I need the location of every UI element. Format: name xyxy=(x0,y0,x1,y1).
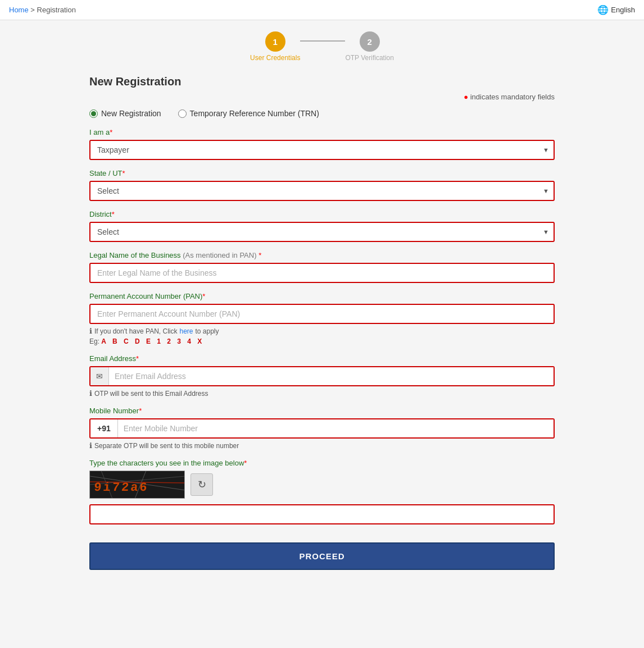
mandatory-star-1: * xyxy=(110,128,112,136)
mobile-input[interactable] xyxy=(118,419,554,437)
email-icon: ✉ xyxy=(90,367,109,385)
main-content: 1 User Credentials 2 OTP Verification Ne… xyxy=(80,20,564,592)
pan-hint-text: If you don't have PAN, Click xyxy=(94,327,177,335)
page-title: New Registration xyxy=(89,75,555,88)
email-hint: ℹ OTP will be sent to this Email Address xyxy=(89,389,555,398)
breadcrumb: Home > Registration xyxy=(9,6,76,14)
refresh-icon: ↻ xyxy=(198,478,206,491)
home-link[interactable]: Home xyxy=(9,6,29,14)
pan-eg-chars: A B C D E 1 2 3 4 X xyxy=(101,337,204,345)
email-input-wrapper: ✉ xyxy=(89,366,555,386)
mobile-label: Mobile Number* xyxy=(89,407,555,415)
pan-group: Permanent Account Number (PAN)* ℹ If you… xyxy=(89,292,555,345)
globe-icon: 🌐 xyxy=(597,4,609,15)
captcha-input[interactable] xyxy=(89,504,555,524)
captcha-row: 9i72a6 ↻ xyxy=(89,471,555,499)
mobile-input-wrapper: +91 xyxy=(89,418,555,439)
state-ut-group: State / UT* Select xyxy=(89,169,555,201)
step-1-label: User Credentials xyxy=(250,54,300,62)
radio-new-registration-input[interactable] xyxy=(89,109,98,118)
mobile-group: Mobile Number* +91 ℹ Separate OTP will b… xyxy=(89,407,555,450)
mobile-hint-text: Separate OTP will be sent to this mobile… xyxy=(94,442,239,450)
language-label: English xyxy=(611,6,635,14)
mobile-hint: ℹ Separate OTP will be sent to this mobi… xyxy=(89,441,555,450)
info-icon-mobile: ℹ xyxy=(89,441,92,450)
proceed-button[interactable]: PROCEED xyxy=(89,542,555,570)
pan-hint: ℹ If you don't have PAN, Click here to a… xyxy=(89,327,555,335)
step-2-label: OTP Verification xyxy=(345,54,393,62)
mandatory-star-7: * xyxy=(139,407,142,415)
legal-name-input[interactable] xyxy=(89,263,555,283)
mandatory-note: ● indicates mandatory fields xyxy=(89,93,555,101)
email-group: Email Address* ✉ ℹ OTP will be sent to t… xyxy=(89,354,555,398)
step-1: 1 User Credentials xyxy=(250,31,300,62)
mandatory-star-6: * xyxy=(136,354,139,363)
radio-trn[interactable]: Temporary Reference Number (TRN) xyxy=(178,109,319,118)
i-am-a-select-wrapper: Taxpayer xyxy=(89,140,555,160)
breadcrumb-separator: > xyxy=(30,6,37,14)
email-input[interactable] xyxy=(109,367,554,385)
mandatory-text: indicates mandatory fields xyxy=(470,93,555,101)
captcha-refresh-button[interactable]: ↻ xyxy=(191,473,213,496)
radio-trn-input[interactable] xyxy=(178,109,187,118)
top-bar: Home > Registration 🌐 English xyxy=(0,0,644,20)
captcha-label: Type the characters you see in the image… xyxy=(89,459,555,467)
mobile-prefix: +91 xyxy=(90,419,118,437)
pan-eg: Eg: A B C D E 1 2 3 4 X xyxy=(89,337,555,345)
mandatory-star-4: * xyxy=(258,251,261,259)
email-label: Email Address* xyxy=(89,354,555,363)
mandatory-star-5: * xyxy=(202,292,205,300)
state-ut-select[interactable]: Select xyxy=(89,181,555,201)
radio-new-registration-label: New Registration xyxy=(101,109,161,118)
mandatory-dot: ● xyxy=(464,93,468,101)
language-selector[interactable]: 🌐 English xyxy=(597,4,635,15)
captcha-image: 9i72a6 xyxy=(89,471,185,499)
info-icon-pan: ℹ xyxy=(89,327,92,335)
step-2: 2 OTP Verification xyxy=(345,31,393,62)
email-hint-text: OTP will be sent to this Email Address xyxy=(94,390,208,398)
captcha-group: Type the characters you see in the image… xyxy=(89,459,555,533)
mandatory-star-3: * xyxy=(112,210,115,218)
state-ut-select-wrapper: Select xyxy=(89,181,555,201)
radio-trn-label: Temporary Reference Number (TRN) xyxy=(190,109,319,118)
pan-eg-label: Eg: xyxy=(89,337,99,345)
mandatory-star-8: * xyxy=(244,459,247,467)
legal-name-label: Legal Name of the Business (As mentioned… xyxy=(89,251,555,259)
pan-hint-suffix: to apply xyxy=(196,327,219,335)
step-2-circle: 2 xyxy=(360,31,380,52)
step-line xyxy=(300,40,345,42)
legal-name-group: Legal Name of the Business (As mentioned… xyxy=(89,251,555,283)
pan-input[interactable] xyxy=(89,304,555,324)
district-group: District* Select xyxy=(89,210,555,242)
state-ut-label: State / UT* xyxy=(89,169,555,177)
registration-type-group: New Registration Temporary Reference Num… xyxy=(89,109,555,118)
district-label: District* xyxy=(89,210,555,218)
legal-name-sub: (As mentioned in PAN) xyxy=(183,251,256,259)
i-am-a-label: I am a* xyxy=(89,128,555,136)
radio-new-registration[interactable]: New Registration xyxy=(89,109,161,118)
i-am-a-group: I am a* Taxpayer xyxy=(89,128,555,160)
district-select-wrapper: Select xyxy=(89,222,555,242)
breadcrumb-current: Registration xyxy=(37,6,76,14)
stepper: 1 User Credentials 2 OTP Verification xyxy=(89,31,555,62)
step-1-circle: 1 xyxy=(265,31,285,52)
pan-label: Permanent Account Number (PAN)* xyxy=(89,292,555,300)
pan-hint-link[interactable]: here xyxy=(179,327,193,335)
mandatory-star-2: * xyxy=(123,169,125,177)
i-am-a-select[interactable]: Taxpayer xyxy=(89,140,555,160)
district-select[interactable]: Select xyxy=(89,222,555,242)
info-icon-email: ℹ xyxy=(89,389,92,398)
